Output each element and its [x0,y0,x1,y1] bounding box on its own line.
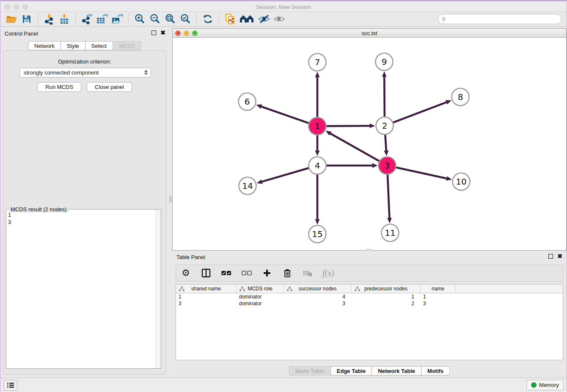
table-row[interactable]: 3 dominator 3 2 3 [176,300,563,307]
table-row[interactable]: 1 dominator 4 1 1 [176,293,563,300]
import-network-icon[interactable] [43,13,55,25]
search-field[interactable]: ⚲ [438,14,561,24]
graph-edge-4-15[interactable] [315,175,320,225]
toolbar-separator [128,13,129,25]
zoom-out-icon[interactable] [149,13,161,25]
open-session-icon[interactable] [5,13,18,25]
svg-text:1: 1 [315,121,320,131]
graph-edge-4-3[interactable] [327,163,378,168]
criterion-dropdown[interactable]: strongly connected component [19,68,151,77]
graph-node-11[interactable]: 11 [382,224,399,242]
graph-edge-3-11[interactable] [387,174,392,223]
delete-row-icon[interactable] [282,268,293,279]
control-panel-tabs: Network Style Select MCDS [0,41,169,50]
toolbar-separator [75,13,76,25]
toggle-columns-icon[interactable] [201,268,212,279]
svg-text:11: 11 [385,228,395,238]
graph-node-10[interactable]: 10 [453,173,470,190]
tab-style[interactable]: Style [61,41,85,50]
graph-edge-1-4[interactable] [315,135,320,156]
panel-divider[interactable] [169,27,172,378]
svg-text:4: 4 [315,160,320,171]
apply-function-icon[interactable]: f(x) [322,268,334,279]
memory-status-icon [531,382,537,388]
graph-edge-1-6[interactable] [256,105,308,123]
column-header-shared-name[interactable]: shared name [176,284,237,293]
column-header-successor-nodes[interactable]: successor nodes [284,284,352,293]
column-header-mcds-role[interactable]: MCDS role [237,284,284,293]
tab-node-table[interactable]: Node Table [289,366,330,375]
svg-text:10: 10 [456,177,466,187]
show-graphics-details-icon[interactable] [273,13,286,25]
divider-grip-icon[interactable] [169,196,172,202]
open-network-file-icon[interactable] [224,13,237,25]
graph-edge-2-9[interactable] [382,71,387,116]
control-panel-title: Control Panel [5,30,38,37]
home-icon[interactable] [239,13,255,25]
graph-node-9[interactable]: 9 [376,53,393,71]
network-canvas[interactable]: 1234678910111415 [173,38,566,250]
svg-text:14: 14 [242,181,253,191]
network-window-title: scc.txt [173,30,566,36]
tab-motifs[interactable]: Motifs [421,366,450,375]
import-table-icon[interactable] [58,13,71,25]
graph-edge-1-7[interactable] [315,72,320,117]
graph-node-6[interactable]: 6 [239,93,256,110]
run-mcds-button[interactable]: Run MCDS [37,82,81,92]
add-row-icon[interactable] [261,268,272,279]
table-panel-tabs: Node Table Edge Table Network Table Moti… [172,366,567,375]
float-panel-icon[interactable] [151,30,156,35]
status-bar: Memory [0,378,567,392]
tab-edge-table[interactable]: Edge Table [330,366,372,375]
column-header-name[interactable]: name [421,284,456,293]
graph-edge-3-1[interactable] [326,131,380,161]
graph-node-14[interactable]: 14 [239,177,256,195]
graph-node-15[interactable]: 15 [309,226,326,243]
export-table-icon[interactable] [96,13,108,25]
close-panel-icon[interactable]: ✖ [160,30,165,35]
tab-network[interactable]: Network [28,41,61,50]
float-table-panel-icon[interactable] [548,254,553,259]
table-header-row: shared name MCDS role successor nodes [176,284,563,293]
refresh-view-icon[interactable] [201,13,214,25]
save-session-icon[interactable] [20,13,33,25]
network-window-titlebar[interactable]: × − + scc.txt [173,29,566,38]
graph-edge-2-8[interactable] [393,100,451,123]
graph-node-8[interactable]: 8 [452,88,469,106]
graph-edge-1-2[interactable] [326,124,375,128]
table-toolbar: ⚙ [176,265,563,282]
network-graph[interactable]: 1234678910111415 [173,38,566,250]
graph-node-7[interactable]: 7 [309,54,326,71]
column-header-predecessor-nodes[interactable]: predecessor nodes [352,284,421,293]
table-panel-title: Table Panel [176,254,205,260]
export-network-icon[interactable] [80,13,93,25]
tab-mcds[interactable]: MCDS [113,41,141,50]
criterion-value: strongly connected component [24,69,99,76]
zoom-in-icon[interactable] [133,13,146,25]
hide-graphics-details-icon[interactable] [258,13,270,25]
graph-edge-2-3[interactable] [384,135,388,156]
tab-network-table[interactable]: Network Table [372,366,421,375]
zoom-selected-icon[interactable] [179,13,192,25]
zoom-fit-icon[interactable] [164,13,176,25]
delete-table-icon[interactable] [302,268,313,279]
graph-node-1[interactable]: 1 [309,118,326,135]
graph-node-4[interactable]: 4 [309,157,326,174]
memory-button[interactable]: Memory [526,380,564,390]
deselect-all-rows-icon[interactable] [241,268,252,279]
graph-edge-4-14[interactable] [257,168,309,184]
graph-edge-3-10[interactable] [396,168,452,181]
graph-node-3[interactable]: 3 [379,157,396,174]
graph-node-2[interactable]: 2 [376,117,394,135]
export-image-icon[interactable] [111,13,124,25]
search-input[interactable] [448,16,558,22]
table-settings-icon[interactable]: ⚙ [180,268,191,279]
mcds-result-text[interactable]: 1 3 [8,211,154,367]
close-panel-button[interactable]: Close panel [87,82,132,92]
close-table-panel-icon[interactable]: ✖ [557,254,562,259]
tab-select[interactable]: Select [85,41,113,50]
select-all-rows-icon[interactable] [221,268,232,279]
svg-text:8: 8 [458,92,463,102]
result-scrollbar[interactable] [155,210,161,368]
task-history-button[interactable] [4,380,17,391]
